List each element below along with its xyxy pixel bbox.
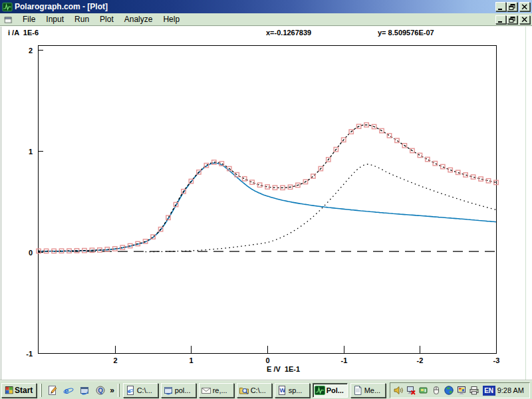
task-label: re,...	[213, 386, 227, 394]
overflow-chevron-icon[interactable]: »	[108, 387, 116, 394]
child-window-icon	[3, 15, 13, 24]
x-tick-label: 2	[113, 356, 117, 364]
menu: FileInputRunPlotAnalyzeHelp	[17, 14, 185, 25]
task-button-search-folder[interactable]: C:\...	[237, 383, 272, 398]
y-tick-label: 0	[29, 249, 33, 257]
quick-launch-compose-doc-icon[interactable]	[45, 384, 59, 398]
taskbar-grip[interactable]	[40, 384, 42, 397]
windows-logo-icon	[3, 385, 15, 396]
task-label: Me...	[364, 386, 380, 394]
svg-text:e: e	[65, 386, 68, 396]
system-tray: EN 9:28 AM	[390, 382, 530, 398]
menu-item-plot[interactable]: Plot	[94, 14, 119, 25]
child-restore-button[interactable]	[507, 15, 517, 24]
y-tick-label: 1	[29, 148, 33, 156]
minimize-button[interactable]	[495, 2, 506, 11]
child-close-button[interactable]	[519, 15, 530, 24]
quick-launch-media-circle-icon[interactable]: Q	[93, 384, 107, 398]
restore-button[interactable]	[507, 2, 517, 11]
child-window-controls	[495, 15, 530, 24]
app-window-icon	[163, 385, 174, 396]
search-folder-icon	[239, 385, 249, 396]
y-tick-label: -1	[26, 350, 33, 358]
cursor-y-readout: y= 8.509576E-07	[378, 29, 434, 37]
mouse-icon[interactable]	[431, 385, 442, 396]
taskbar: Start eQ » eC:\...pol...re,...C:\...Wsp.…	[0, 380, 532, 399]
plot-canvas[interactable]: 210-1-2-3210-1	[0, 26, 532, 380]
start-button[interactable]: Start	[1, 383, 37, 398]
card-icon[interactable]	[418, 385, 429, 396]
start-label: Start	[15, 386, 33, 395]
task-button-area: eC:\...pol...re,...C:\...Wsp...Pol...Me.…	[123, 383, 386, 398]
task-label: Pol...	[327, 386, 344, 394]
svg-text:Q: Q	[98, 387, 103, 394]
menu-item-file[interactable]: File	[17, 14, 41, 25]
globe-icon[interactable]	[444, 385, 454, 396]
cursor-x-readout: x=-0.1267839	[266, 29, 311, 37]
ie-page-icon: e	[125, 385, 136, 396]
x-tick-label: 0	[265, 356, 269, 364]
quick-launch-outlook-window-icon[interactable]	[77, 384, 91, 398]
language-indicator[interactable]: EN	[483, 386, 495, 396]
close-button[interactable]	[519, 2, 530, 11]
series-component-2	[146, 164, 496, 252]
taskbar-clock: 9:28 AM	[497, 386, 527, 394]
x-tick-label: -2	[417, 356, 424, 364]
task-button-app-window[interactable]: pol...	[161, 383, 196, 398]
series-component-1	[39, 163, 496, 251]
network-error-icon[interactable]	[406, 385, 416, 396]
taskbar-grip[interactable]	[118, 384, 120, 397]
titlebar: Polarograph.com - [Plot]	[0, 0, 532, 13]
svg-text:W: W	[279, 387, 285, 394]
x-tick-label: -1	[341, 356, 348, 364]
menubar: FileInputRunPlotAnalyzeHelp	[0, 13, 532, 26]
child-minimize-button[interactable]	[495, 15, 506, 24]
task-label: C:\...	[251, 386, 266, 394]
x-tick-label: -3	[493, 356, 500, 364]
window-controls	[495, 2, 530, 11]
task-button-word-doc[interactable]: Wsp...	[275, 383, 310, 398]
tray-icons	[393, 385, 479, 396]
y-tick-label: 2	[29, 47, 33, 55]
task-label: C:\...	[137, 386, 152, 394]
app-icon	[2, 2, 13, 12]
volume-icon[interactable]	[393, 385, 404, 396]
quick-launch-bar: eQ	[44, 384, 108, 398]
display-icon[interactable]	[456, 385, 467, 396]
menu-item-run[interactable]: Run	[69, 14, 94, 25]
printer-icon[interactable]	[469, 385, 479, 396]
menu-item-input[interactable]: Input	[41, 14, 69, 25]
series-total-fit	[39, 125, 496, 251]
plot-frame	[39, 46, 497, 354]
polarograph-icon	[315, 385, 325, 396]
menu-item-help[interactable]: Help	[158, 14, 185, 25]
task-label: sp...	[289, 386, 303, 394]
series-measured-data-markers	[37, 123, 498, 253]
task-button-envelope[interactable]: re,...	[199, 383, 234, 398]
y-axis-title: i /A 1E-6	[8, 29, 39, 37]
x-axis-title: E /V 1E-1	[267, 365, 300, 373]
task-button-ie-page[interactable]: eC:\...	[123, 383, 158, 398]
task-button-document[interactable]: Me...	[350, 383, 386, 398]
task-label: pol...	[175, 386, 191, 394]
task-button-polarograph[interactable]: Pol...	[313, 383, 348, 398]
plot-client-area: 210-1-2-3210-1 i /A 1E-6 x=-0.1267839 y=…	[0, 26, 532, 380]
menu-item-analyze[interactable]: Analyze	[119, 14, 158, 25]
quick-launch-internet-explorer-icon[interactable]: e	[61, 384, 75, 398]
word-doc-icon: W	[277, 385, 287, 396]
window-title: Polarograph.com - [Plot]	[15, 2, 495, 11]
document-icon	[352, 385, 363, 396]
x-tick-label: 1	[189, 356, 193, 364]
envelope-icon	[201, 385, 211, 396]
